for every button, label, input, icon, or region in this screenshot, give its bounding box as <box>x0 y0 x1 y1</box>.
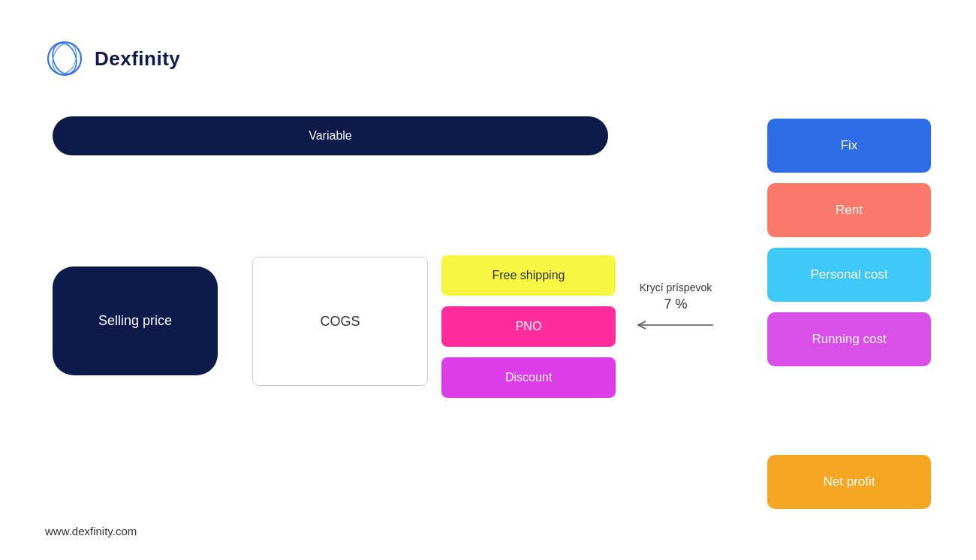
discount-box: Discount <box>441 357 616 398</box>
kryt-label: Krycí príspevok <box>640 282 712 294</box>
variable-pill: Variable <box>53 116 608 155</box>
pno-box: PNO <box>441 306 616 347</box>
rent-label: Rent <box>836 203 863 218</box>
net-profit-label: Net profit <box>824 474 875 489</box>
dexfinity-logo-icon <box>45 39 84 78</box>
discount-label: Discount <box>505 371 552 384</box>
fix-label: Fix <box>841 138 858 153</box>
selling-price-box: Selling price <box>53 266 218 375</box>
small-boxes-group: Free shipping PNO Discount <box>441 255 616 398</box>
running-cost-box: Running cost <box>767 312 931 366</box>
footer-url-text: www.dexfinity.com <box>45 525 137 537</box>
arrow-left-icon <box>631 318 721 332</box>
personal-cost-label: Personal cost <box>811 267 888 282</box>
cogs-label: COGS <box>320 314 360 330</box>
selling-price-label: Selling price <box>98 313 172 329</box>
pno-label: PNO <box>516 320 542 333</box>
footer-url: www.dexfinity.com <box>45 525 137 537</box>
cogs-box: COGS <box>252 257 428 386</box>
right-panel: Fix Rent Personal cost Running cost <box>767 119 931 366</box>
running-cost-label: Running cost <box>812 332 886 347</box>
logo-text: Dexfinity <box>95 47 180 71</box>
free-shipping-box: Free shipping <box>441 255 616 296</box>
kryt-area: Krycí príspevok 7 % <box>631 282 721 332</box>
variable-pill-label: Variable <box>309 129 352 143</box>
rent-box: Rent <box>767 183 931 237</box>
logo-area: Dexfinity <box>45 39 180 78</box>
free-shipping-label: Free shipping <box>493 269 565 282</box>
kryt-percent: 7 % <box>664 297 687 312</box>
kryt-arrow <box>631 318 721 332</box>
fix-box: Fix <box>767 119 931 173</box>
personal-cost-box: Personal cost <box>767 248 931 302</box>
net-profit-box: Net profit <box>767 455 931 509</box>
